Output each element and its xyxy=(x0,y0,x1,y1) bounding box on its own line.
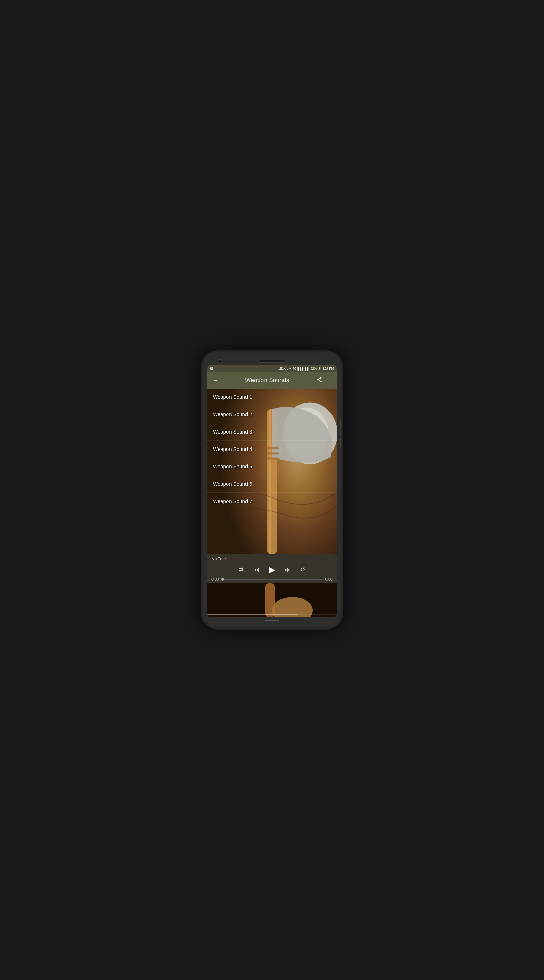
track-name-4: Weapon Sound 4 xyxy=(213,446,252,452)
status-bar: 🖼 151K/s ✦ 4G ▌▌▌ ▌▌ 22% 🔋 8:28 PM xyxy=(208,365,336,372)
player-controls: ⇄ ⏮ ▶ ⏭ ↺ xyxy=(211,563,333,576)
time-total: 0:00 xyxy=(325,577,333,581)
volume-down-button[interactable] xyxy=(340,438,341,448)
volume-buttons xyxy=(340,418,341,448)
track-item-7[interactable]: Weapon Sound 7 xyxy=(208,493,336,510)
progress-thumb[interactable] xyxy=(221,578,224,581)
status-right: 151K/s ✦ 4G ▌▌▌ ▌▌ 22% 🔋 8:28 PM xyxy=(278,367,334,370)
notification-icon: 🖼 xyxy=(210,367,213,370)
track-name-7: Weapon Sound 7 xyxy=(213,498,252,504)
signal-bars-2: ▌▌ xyxy=(305,367,310,370)
track-name-1: Weapon Sound 1 xyxy=(213,394,252,400)
network-icon: ✦ 4G xyxy=(289,367,297,370)
phone-device: 🖼 151K/s ✦ 4G ▌▌▌ ▌▌ 22% 🔋 8:28 PM ← Wea… xyxy=(201,350,343,630)
track-item-5[interactable]: Weapon Sound 5 xyxy=(208,458,336,476)
track-item-1[interactable]: Weapon Sound 1 xyxy=(208,388,336,406)
camera-lens xyxy=(217,359,222,364)
phone-top xyxy=(208,357,336,365)
player-bar: No Track ⇄ ⏮ ▶ ⏭ ↺ 0:00 0:00 xyxy=(208,554,336,583)
scroll-thumb[interactable] xyxy=(208,614,298,615)
bottom-axe-svg xyxy=(208,583,336,617)
home-indicator xyxy=(265,620,279,621)
track-item-4[interactable]: Weapon Sound 4 xyxy=(208,441,336,458)
repeat-button[interactable]: ↺ xyxy=(299,565,307,575)
app-bar-actions: ⋮ xyxy=(316,377,332,384)
scroll-bar[interactable] xyxy=(208,614,336,615)
back-button[interactable]: ← xyxy=(212,377,218,384)
time-row: 0:00 0:00 xyxy=(211,577,333,581)
track-item-2[interactable]: Weapon Sound 2 xyxy=(208,406,336,423)
status-left: 🖼 xyxy=(210,367,213,370)
progress-bar[interactable] xyxy=(221,579,322,580)
signal-bars-1: ▌▌▌ xyxy=(298,367,304,370)
track-name-2: Weapon Sound 2 xyxy=(213,411,252,417)
shuffle-button[interactable]: ⇄ xyxy=(237,565,245,575)
track-name-5: Weapon Sound 5 xyxy=(213,463,252,469)
play-button[interactable]: ▶ xyxy=(268,563,276,576)
clock: 8:28 PM xyxy=(322,367,334,370)
app-title: Weapon Sounds xyxy=(218,377,316,384)
content-area: Weapon Sound 1 Weapon Sound 2 Weapon Sou… xyxy=(208,388,336,554)
time-current: 0:00 xyxy=(211,577,219,581)
earpiece-speaker xyxy=(259,360,285,363)
battery-indicator: 22% xyxy=(311,367,317,370)
svg-rect-9 xyxy=(265,583,275,617)
no-track-label: No Track xyxy=(211,557,333,562)
network-speed: 151K/s xyxy=(278,367,288,370)
prev-button[interactable]: ⏮ xyxy=(252,565,261,575)
track-list: Weapon Sound 1 Weapon Sound 2 Weapon Sou… xyxy=(208,388,336,510)
battery-icon: 🔋 xyxy=(317,367,321,370)
phone-screen: 🖼 151K/s ✦ 4G ▌▌▌ ▌▌ 22% 🔋 8:28 PM ← Wea… xyxy=(208,365,336,617)
track-name-6: Weapon Sound 6 xyxy=(213,481,252,487)
phone-bottom xyxy=(208,617,336,623)
next-button[interactable]: ⏭ xyxy=(283,565,292,575)
volume-up-button[interactable] xyxy=(340,418,341,436)
track-item-6[interactable]: Weapon Sound 6 xyxy=(208,476,336,493)
track-item-3[interactable]: Weapon Sound 3 xyxy=(208,423,336,441)
track-name-3: Weapon Sound 3 xyxy=(213,429,252,434)
bottom-image-area xyxy=(208,583,336,617)
app-bar: ← Weapon Sounds ⋮ xyxy=(208,372,336,388)
share-button[interactable] xyxy=(316,377,322,384)
more-options-button[interactable]: ⋮ xyxy=(327,377,332,384)
